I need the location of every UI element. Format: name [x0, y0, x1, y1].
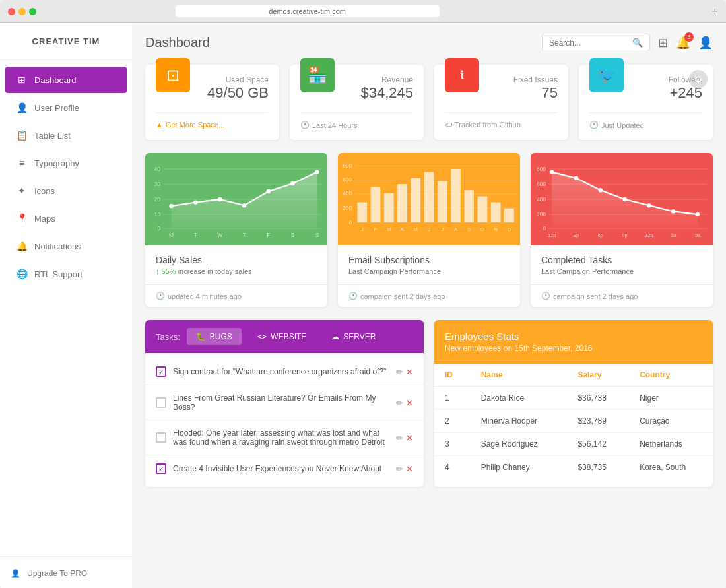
employee-country: Netherlands [629, 433, 713, 456]
svg-text:0: 0 [157, 226, 160, 232]
sidebar-item-dashboard[interactable]: ⊞ Dashboard [5, 67, 127, 93]
task-edit-button[interactable]: ✏ [396, 464, 403, 474]
bar-chart-svg: 800 600 400 200 0 [338, 153, 520, 245]
email-subscriptions-body: Email Subscriptions Last Campaign Perfor… [338, 245, 520, 284]
task-checkbox-4[interactable] [156, 463, 166, 474]
svg-text:12p: 12p [645, 232, 653, 238]
tab-bugs[interactable]: 🐛 BUGS [187, 328, 242, 345]
task-checkbox-1[interactable] [156, 366, 166, 377]
new-tab-button[interactable]: + [712, 5, 718, 17]
tab-website[interactable]: <> WEBSITE [248, 328, 315, 345]
svg-text:F: F [267, 232, 270, 238]
code-icon: <> [257, 332, 267, 341]
user-icon: 👤 [16, 102, 28, 113]
task-checkbox-3[interactable] [156, 432, 166, 443]
svg-text:T: T [242, 232, 246, 238]
table-icon: 📋 [16, 130, 28, 141]
stat-footer-used-space: ▲ Get More Space... [156, 112, 269, 129]
completed-tasks-title: Completed Tasks [541, 255, 702, 265]
search-box[interactable]: 🔍 [542, 34, 650, 51]
chart-card-daily-sales: 40 30 20 10 0 [145, 153, 327, 307]
settings-button[interactable]: ⚙ [689, 70, 708, 88]
sidebar-item-maps[interactable]: 📍 Maps [5, 205, 127, 232]
task-delete-button[interactable]: ✕ [406, 398, 413, 408]
table-row: 1 Dakota Rice $36,738 Niger [434, 387, 713, 410]
svg-point-71 [574, 176, 578, 180]
table-row: 4 Philip Chaney $38,735 Korea, South [434, 456, 713, 479]
typography-icon: ≡ [16, 158, 28, 168]
employees-header: Employees Stats New employees on 15th Se… [434, 320, 713, 364]
revenue-icon: 🏪 [300, 58, 335, 92]
svg-text:200: 200 [343, 205, 352, 211]
bug-icon: 🐛 [196, 332, 206, 341]
daily-sales-body: Daily Sales ↑ 55% increase in today sale… [145, 245, 327, 284]
sidebar-item-icons[interactable]: ✦ Icons [5, 178, 127, 204]
svg-rect-45 [491, 203, 501, 222]
task-edit-button[interactable]: ✏ [396, 398, 403, 408]
user-profile-icon[interactable]: 👤 [698, 36, 713, 50]
svg-point-74 [647, 203, 651, 207]
task-delete-button[interactable]: ✕ [406, 433, 413, 443]
upgrade-pro-button[interactable]: 👤 Upgrade To PRO [11, 565, 121, 582]
svg-point-75 [671, 209, 675, 213]
sidebar-item-typography[interactable]: ≡ Typography [5, 150, 127, 176]
svg-point-15 [267, 189, 271, 193]
task-list: Sign contract for "What are conference o… [145, 353, 424, 487]
top-bar: Dashboard 🔍 ⊞ 🔔 5 👤 [145, 34, 713, 51]
upgrade-icon: 👤 [11, 569, 20, 578]
fullscreen-button[interactable] [29, 8, 36, 15]
employees-title: Employees Stats [445, 331, 702, 342]
task-delete-button[interactable]: ✕ [406, 367, 413, 377]
task-actions-4: ✏ ✕ [396, 464, 413, 474]
close-button[interactable] [8, 8, 15, 15]
svg-text:A: A [401, 226, 404, 232]
daily-sales-footer: 🕐 updated 4 minutes ago [145, 284, 327, 307]
svg-rect-38 [397, 184, 407, 222]
chart-cards: 40 30 20 10 0 [145, 153, 713, 307]
svg-text:D: D [508, 226, 511, 232]
stat-card-fixed-issues: ℹ Fixed Issues 75 🏷 Tracked from Github [434, 65, 568, 140]
stat-card-used-space: ⊡ Used Space 49/50 GB ▲ Get More Space..… [145, 65, 279, 140]
sidebar-item-label: Notifications [34, 242, 81, 251]
sidebar: CREATIVE TIM ⊞ Dashboard 👤 User Profile … [0, 23, 132, 588]
task-actions-1: ✏ ✕ [396, 367, 413, 377]
tab-server[interactable]: ☁ SERVER [322, 328, 385, 345]
email-subscriptions-footer: 🕐 campaign sent 2 days ago [338, 284, 520, 307]
tasks-header: Tasks: 🐛 BUGS <> WEBSITE ☁ SERVER [145, 320, 424, 353]
search-input[interactable] [549, 38, 628, 48]
clock-icon: 🕐 [156, 292, 165, 300]
daily-sales-chart: 40 30 20 10 0 [145, 153, 327, 245]
task-text-2: Lines From Great Russian Literature? Or … [173, 393, 389, 412]
svg-point-12 [193, 200, 197, 204]
task-edit-button[interactable]: ✏ [396, 433, 403, 443]
svg-point-13 [218, 197, 222, 201]
employee-name: Sage Rodriguez [471, 433, 568, 456]
svg-text:3a: 3a [671, 232, 676, 238]
notifications-icon[interactable]: 🔔 5 [676, 36, 690, 50]
grid-icon[interactable]: ⊞ [658, 36, 668, 50]
svg-text:S: S [467, 226, 471, 232]
task-text-4: Create 4 Invisible User Experiences you … [173, 464, 389, 473]
clock-icon: 🕐 [300, 121, 310, 129]
address-bar[interactable]: demos.creative-tim.com [176, 5, 440, 17]
task-actions-3: ✏ ✕ [396, 433, 413, 443]
line-chart-red-svg: 800 600 400 200 0 [531, 153, 713, 245]
clock-icon: 🕐 [348, 292, 358, 300]
sidebar-item-rtl-support[interactable]: 🌐 RTL Support [5, 261, 127, 287]
svg-text:T: T [194, 232, 197, 238]
sidebar-item-user-profile[interactable]: 👤 User Profile [5, 94, 127, 121]
svg-text:W: W [217, 232, 222, 238]
employee-name: Dakota Rice [471, 387, 568, 410]
task-edit-button[interactable]: ✏ [396, 367, 403, 377]
minimize-button[interactable] [18, 8, 26, 15]
task-text-1: Sign contract for "What are conference o… [173, 367, 389, 376]
stat-footer-text[interactable]: Get More Space... [166, 121, 224, 129]
used-space-icon: ⊡ [156, 58, 190, 92]
task-checkbox-2[interactable] [156, 397, 166, 408]
task-item: Create 4 Invisible User Experiences you … [145, 455, 424, 482]
sidebar-item-table-list[interactable]: 📋 Table List [5, 122, 127, 148]
svg-text:9a: 9a [695, 232, 701, 238]
sidebar-item-notifications[interactable]: 🔔 Notifications [5, 233, 127, 259]
task-delete-button[interactable]: ✕ [406, 464, 413, 474]
employee-id: 1 [434, 387, 471, 410]
